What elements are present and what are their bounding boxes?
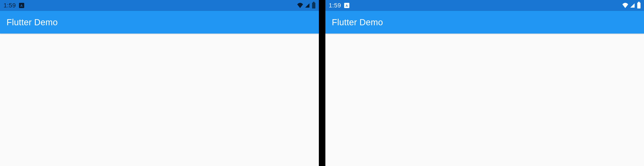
app-bar: Flutter Demo (0, 11, 319, 34)
status-bar-right (622, 2, 640, 8)
wifi-icon (297, 3, 303, 8)
app-bar-title: Flutter Demo (332, 18, 383, 27)
status-time: 1:59 (4, 2, 16, 9)
status-bar: 1:59 A (0, 0, 319, 11)
cellular-signal-icon (304, 3, 310, 8)
status-time: 1:59 (329, 2, 341, 9)
status-bar-left: 1:59 A (329, 2, 350, 9)
app-bar-title: Flutter Demo (6, 18, 58, 27)
app-body (0, 34, 319, 166)
notification-badge-icon: A (19, 3, 24, 8)
cellular-signal-icon (630, 3, 636, 8)
phone-screen-left: 1:59 A Flutter Demo (0, 0, 319, 166)
status-bar-right (297, 2, 315, 8)
status-bar-left: 1:59 A (4, 2, 24, 9)
battery-icon (637, 2, 640, 8)
battery-icon (312, 2, 315, 8)
app-body (326, 34, 644, 166)
wifi-icon (622, 3, 628, 8)
phone-screen-right: 1:59 A Flutter Demo (326, 0, 644, 166)
app-bar: Flutter Demo (326, 11, 644, 34)
status-bar: 1:59 A (326, 0, 644, 11)
notification-badge-icon: A (344, 3, 349, 8)
